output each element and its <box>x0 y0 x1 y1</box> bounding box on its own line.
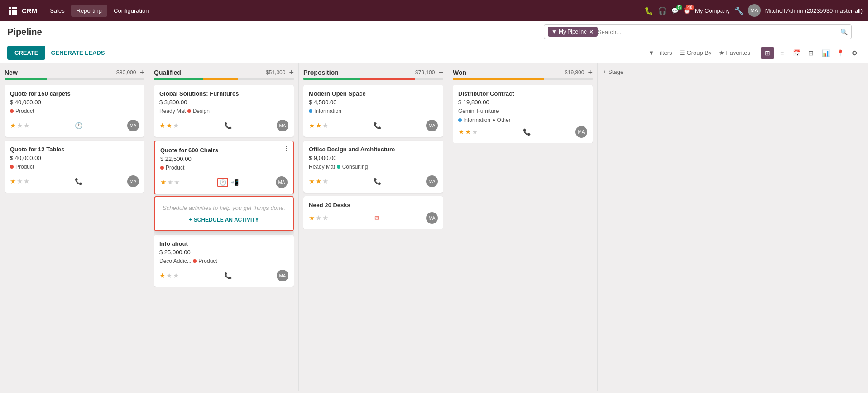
column-add-won[interactable]: + <box>588 68 593 77</box>
star-1[interactable]: ★ <box>309 121 315 130</box>
apps-menu-button[interactable] <box>5 3 20 18</box>
phone-icon[interactable]: 📞 <box>224 272 232 279</box>
star-2[interactable]: ★ <box>17 177 23 185</box>
star-1[interactable]: ★ <box>159 272 165 280</box>
card-footer: ★ ★ ★ 📞 MA <box>309 175 438 187</box>
svg-rect-2 <box>14 7 17 9</box>
favorites-button[interactable]: ★ Favorites <box>719 49 750 56</box>
star-2[interactable]: ★ <box>166 121 172 130</box>
card-avatar: MA <box>575 126 587 138</box>
star-1[interactable]: ★ <box>10 177 16 185</box>
schedule-activity-button[interactable]: + SCHEDULE AN ACTIVITY <box>162 217 286 223</box>
kanban-view-button[interactable]: ⊞ <box>761 47 774 59</box>
search-input[interactable] <box>598 29 840 35</box>
star-2[interactable]: ★ <box>316 177 321 185</box>
tag-dot <box>160 166 164 170</box>
card-quote-150-carpets[interactable]: Quote for 150 carpets $ 40,000.00 Produc… <box>5 85 144 137</box>
star-3[interactable]: ★ <box>24 177 29 185</box>
search-button[interactable]: 🔍 <box>840 29 848 35</box>
star-3[interactable]: ★ <box>24 121 29 130</box>
bug-icon[interactable]: 🐛 <box>644 6 653 15</box>
chart-view-button[interactable]: 📊 <box>819 47 832 59</box>
star-3[interactable]: ★ <box>322 214 328 222</box>
column-header-new: New $80,000 + <box>5 68 144 77</box>
grid-view-button[interactable]: ⊟ <box>805 47 817 59</box>
star-3[interactable]: ★ <box>173 121 179 130</box>
phone-icon[interactable]: 📞 <box>75 178 82 185</box>
company-selector[interactable]: My Company <box>695 7 730 14</box>
card-menu-button[interactable]: ⋮ <box>283 145 289 152</box>
card-need-20-desks[interactable]: Need 20 Desks ★ ★ ★ ✉ MA <box>303 196 443 229</box>
phone-add-icon[interactable]: 📲 <box>231 179 239 186</box>
star-2[interactable]: ★ <box>166 272 172 280</box>
star-1[interactable]: ★ <box>159 121 165 130</box>
headset-icon[interactable]: 🎧 <box>658 6 667 15</box>
settings-view-button[interactable]: ⚙ <box>848 47 861 59</box>
column-add-proposition[interactable]: + <box>438 68 443 77</box>
star-3[interactable]: ★ <box>322 177 328 185</box>
activity-popup: Schedule activities to help you get thin… <box>154 196 294 231</box>
phone-icon[interactable]: 📞 <box>523 128 531 136</box>
star-1[interactable]: ★ <box>309 177 315 185</box>
card-amount: $ 19,800.00 <box>458 99 587 106</box>
menu-configuration[interactable]: Configuration <box>108 5 154 17</box>
star-1[interactable]: ★ <box>160 178 166 186</box>
menu-reporting[interactable]: Reporting <box>71 5 107 17</box>
pipeline-board: New $80,000 + Quote for 150 carpets $ 40… <box>0 63 868 391</box>
card-office-design[interactable]: Office Design and Architecture $ 9,000.0… <box>303 141 443 193</box>
calendar-view-button[interactable]: 📅 <box>790 47 803 59</box>
filter-icon: ▼ <box>551 29 557 35</box>
clock-icon-highlight[interactable]: 🕐 <box>217 178 228 187</box>
star-icon: ★ <box>719 49 724 56</box>
email-icon[interactable]: ✉ <box>374 214 380 222</box>
timer-icon-wrapper[interactable]: ⏰ 40 <box>683 7 691 14</box>
star-2[interactable]: ★ <box>17 121 23 130</box>
star-3[interactable]: ★ <box>173 272 179 280</box>
card-info-about[interactable]: Info about $ 25,000.00 Deco Addic... Pro… <box>154 235 294 287</box>
filters-button[interactable]: ▼ Filters <box>648 49 672 56</box>
settings-icon[interactable]: 🔧 <box>734 6 743 15</box>
pipeline-filter-tag[interactable]: ▼ My Pipeline ✕ <box>548 27 598 37</box>
star-2[interactable]: ★ <box>465 128 471 136</box>
add-stage-button[interactable]: + Stage <box>598 63 679 391</box>
star-2[interactable]: ★ <box>316 214 321 222</box>
menu-sales[interactable]: Sales <box>44 5 70 17</box>
progress-seg-yellow <box>453 78 544 80</box>
star-3[interactable]: ★ <box>322 121 328 130</box>
avatar[interactable]: MA <box>748 4 761 17</box>
card-tag: Product <box>10 108 34 114</box>
clock-icon[interactable]: 🕐 <box>75 122 82 129</box>
chat-icon-wrapper[interactable]: 💬 5 <box>671 7 679 14</box>
card-quote-600-chairs[interactable]: ⋮ Quote for 600 Chairs $ 22,500.00 Produ… <box>154 141 294 194</box>
filter-tag-close[interactable]: ✕ <box>589 28 594 35</box>
tag-dot <box>10 109 14 113</box>
svg-rect-1 <box>12 7 14 9</box>
map-view-button[interactable]: 📍 <box>834 47 846 59</box>
star-1[interactable]: ★ <box>10 121 16 130</box>
star-2[interactable]: ★ <box>316 121 321 130</box>
progress-seg-gray <box>544 78 593 80</box>
tag-label: Consulting <box>342 164 368 170</box>
card-distributor-contract[interactable]: Distributor Contract $ 19,800.00 Gemini … <box>453 85 593 143</box>
card-icons: 🕐 <box>75 122 82 129</box>
phone-icon[interactable]: 📞 <box>374 178 381 185</box>
tag-information: Information <box>458 117 490 123</box>
create-button[interactable]: CREATE <box>7 46 45 60</box>
column-qualified: Qualified $51,300 + Global Solutions: Fu… <box>149 63 299 391</box>
phone-icon[interactable]: 📞 <box>374 122 381 129</box>
star-3[interactable]: ★ <box>472 128 478 136</box>
list-view-button[interactable]: ≡ <box>776 47 788 59</box>
star-1[interactable]: ★ <box>309 214 315 222</box>
star-2[interactable]: ★ <box>167 178 173 186</box>
column-add-new[interactable]: + <box>139 68 144 77</box>
star-1[interactable]: ★ <box>458 128 464 136</box>
card-global-solutions[interactable]: Global Solutions: Furnitures $ 3,800.00 … <box>154 85 294 137</box>
group-by-button[interactable]: ☰ Group By <box>680 49 712 56</box>
generate-leads-button[interactable]: GENERATE LEADS <box>49 46 106 60</box>
card-modern-open-space[interactable]: Modern Open Space $ 4,500.00 Information… <box>303 85 443 137</box>
column-add-qualified[interactable]: + <box>289 68 294 77</box>
star-3[interactable]: ★ <box>174 178 180 186</box>
user-menu[interactable]: Mitchell Admin (20235930-master-all) <box>765 7 863 14</box>
phone-icon[interactable]: 📞 <box>224 122 232 129</box>
card-quote-12-tables[interactable]: Quote for 12 Tables $ 40,000.00 Product … <box>5 141 144 193</box>
